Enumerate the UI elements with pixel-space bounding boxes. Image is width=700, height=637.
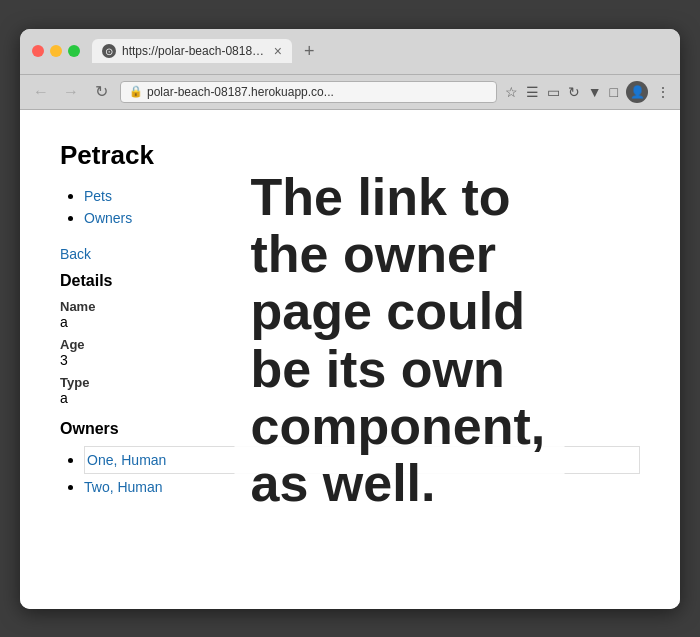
minimize-button[interactable] xyxy=(50,45,62,57)
app-title: Petrack xyxy=(60,140,640,171)
nav-item-pets: Pets xyxy=(84,187,640,205)
reader-icon[interactable]: ☰ xyxy=(526,84,539,100)
title-bar: https://polar-beach-08187.he... × + xyxy=(20,29,680,75)
list-item: One, Human xyxy=(84,446,640,474)
download-icon[interactable]: ▼ xyxy=(588,84,602,100)
tab-area: https://polar-beach-08187.he... × + xyxy=(92,39,668,64)
nav-item-owners: Owners xyxy=(84,209,640,227)
refresh-button[interactable]: ↻ xyxy=(90,81,112,103)
back-nav-button[interactable]: ← xyxy=(30,81,52,103)
list-item: Two, Human xyxy=(84,478,640,496)
lock-icon: 🔒 xyxy=(129,85,143,98)
address-text: polar-beach-08187.herokuapp.co... xyxy=(147,85,334,99)
active-tab[interactable]: https://polar-beach-08187.he... × xyxy=(92,39,292,63)
name-field: Name a xyxy=(60,298,640,330)
address-bar-row: ← → ↻ 🔒 polar-beach-08187.herokuapp.co..… xyxy=(20,75,680,110)
profile-avatar[interactable]: 👤 xyxy=(626,81,648,103)
tab-close-button[interactable]: × xyxy=(274,43,282,59)
window-icon[interactable]: □ xyxy=(610,84,618,100)
menu-icon[interactable]: ⋮ xyxy=(656,84,670,100)
browser-window: https://polar-beach-08187.he... × + ← → … xyxy=(20,29,680,609)
address-bar[interactable]: 🔒 polar-beach-08187.herokuapp.co... xyxy=(120,81,497,103)
owner-link-1[interactable]: Two, Human xyxy=(84,479,163,495)
maximize-button[interactable] xyxy=(68,45,80,57)
owners-link[interactable]: Owners xyxy=(84,210,132,226)
nav-list: Pets Owners xyxy=(60,187,640,227)
star-icon[interactable]: ☆ xyxy=(505,84,518,100)
toolbar-icons: ☆ ☰ ▭ ↻ ▼ □ 👤 ⋮ xyxy=(505,81,670,103)
new-tab-button[interactable]: + xyxy=(298,39,321,64)
type-field: Type a xyxy=(60,374,640,406)
tab-favicon xyxy=(102,44,116,58)
share-icon[interactable]: ↻ xyxy=(568,84,580,100)
age-field: Age 3 xyxy=(60,336,640,368)
owners-heading: Owners xyxy=(60,420,640,438)
pip-icon[interactable]: ▭ xyxy=(547,84,560,100)
details-heading: Details xyxy=(60,272,640,290)
owners-list: One, Human Two, Human xyxy=(60,446,640,496)
owner-link-0[interactable]: One, Human xyxy=(87,452,166,468)
close-button[interactable] xyxy=(32,45,44,57)
type-label: Type xyxy=(60,375,89,390)
name-value: a xyxy=(60,314,68,330)
age-label: Age xyxy=(60,337,85,352)
type-value: a xyxy=(60,390,68,406)
age-value: 3 xyxy=(60,352,68,368)
pets-link[interactable]: Pets xyxy=(84,188,112,204)
page-content: Petrack Pets Owners Back Details Name a … xyxy=(20,110,680,609)
name-label: Name xyxy=(60,299,95,314)
forward-nav-button[interactable]: → xyxy=(60,81,82,103)
back-link[interactable]: Back xyxy=(60,246,91,262)
traffic-lights xyxy=(32,45,80,57)
tab-title: https://polar-beach-08187.he... xyxy=(122,44,266,58)
